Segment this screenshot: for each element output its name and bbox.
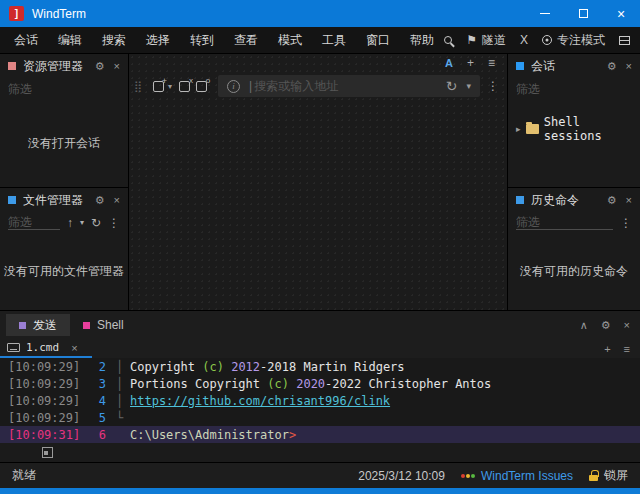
left-sidebar: 资源管理器 ⚙ × 没有打开会话 文件管理器 ⚙ × ↑ — [0, 54, 129, 310]
doc-tab-1cmd[interactable]: 1.cmd × — [0, 339, 92, 358]
center-area: A + ≡ ⣿ ▾ i | ↻ ▾ ⋮ — [129, 54, 507, 310]
menu-item[interactable]: 窗口 — [356, 27, 400, 53]
menubar: 会话编辑搜索选择转到查看模式工具窗口帮助 ⚑ 隧道 X 专注模式 — [0, 27, 640, 53]
send-target-icon[interactable] — [42, 447, 53, 458]
explorer-close-icon[interactable]: × — [114, 61, 120, 72]
search-icon[interactable] — [444, 36, 452, 44]
maximize-button[interactable] — [564, 0, 602, 27]
dock-close-icon[interactable]: × — [624, 319, 630, 331]
bug-icon — [461, 474, 475, 478]
tab-shell-label: Shell — [97, 318, 124, 332]
issues-label: WindTerm Issues — [481, 469, 573, 483]
add-document-icon[interactable]: + — [604, 343, 610, 355]
go-up-icon[interactable]: ↑ — [67, 217, 73, 229]
text-cursor: | — [249, 79, 252, 93]
history-close-icon[interactable]: × — [626, 195, 632, 206]
toolbar-more-icon[interactable]: ⋮ — [487, 80, 499, 92]
history-panel: 历史命令 ⚙ × ⋮ 没有可用的历史命令 — [508, 187, 640, 310]
lock-screen-button[interactable]: 锁屏 — [589, 467, 628, 484]
focus-mode-button[interactable]: 专注模式 — [542, 32, 605, 49]
tab-menu-icon[interactable]: ≡ — [488, 57, 495, 69]
x-server-button[interactable]: X — [520, 33, 528, 47]
status-ready: 就绪 — [12, 467, 36, 484]
file-manager-close-icon[interactable]: × — [114, 195, 120, 206]
history-settings-icon[interactable]: ⚙ — [607, 195, 617, 206]
file-manager-toolbar: ↑ ▾ ↻ ⋮ — [0, 212, 128, 233]
app-title: WindTerm — [32, 7, 86, 21]
terminal-fold-guide: │ — [116, 377, 128, 391]
address-input[interactable] — [254, 79, 440, 93]
minimize-button[interactable] — [526, 0, 564, 27]
document-tab-bar: 1.cmd × + ≡ — [0, 339, 640, 358]
menu-item[interactable]: 搜索 — [92, 27, 136, 53]
sessions-filter-input[interactable] — [516, 82, 632, 96]
windterm-issues-link[interactable]: WindTerm Issues — [461, 469, 573, 483]
file-manager-filter-input[interactable] — [8, 215, 60, 230]
status-right: 2025/3/12 10:09 WindTerm Issues 锁屏 — [358, 467, 628, 484]
history-more-icon[interactable]: ⋮ — [620, 217, 632, 229]
tunnel-label: 隧道 — [482, 32, 506, 49]
dock-settings-icon[interactable]: ⚙ — [601, 319, 611, 332]
terminal-link[interactable]: https://github.com/chrisant996/clink — [130, 394, 390, 408]
terminal-text: C:\Users\Administrator> — [130, 428, 296, 442]
menu-item[interactable]: 编辑 — [48, 27, 92, 53]
terminal-timestamp: [10:09:29] — [0, 377, 80, 391]
open-session-icon[interactable] — [196, 81, 207, 92]
terminal-fold-guide: │ — [116, 394, 128, 408]
bottom-dock: 发送 Shell ∧ ⚙ × 1.cmd × + ≡ [10:09:29 — [0, 310, 640, 462]
address-bar[interactable]: i | ↻ ▾ — [218, 75, 480, 97]
refresh-icon[interactable]: ↻ — [91, 217, 101, 229]
sessions-panel-header: 会话 ⚙ × — [508, 54, 640, 78]
shell-sessions-tree-item[interactable]: ▸ Shell sessions — [516, 115, 640, 143]
info-icon[interactable]: i — [227, 80, 240, 93]
layout-icon[interactable] — [619, 36, 630, 45]
menu-item[interactable]: 会话 — [4, 27, 48, 53]
explorer-panel-header: 资源管理器 ⚙ × — [0, 54, 128, 78]
window-bottom-border — [0, 488, 640, 494]
file-manager-settings-icon[interactable]: ⚙ — [95, 195, 105, 206]
menu-item[interactable]: 转到 — [180, 27, 224, 53]
history-filter-input[interactable] — [516, 215, 613, 230]
close-icon: × — [617, 7, 625, 21]
tunnel-button[interactable]: ⚑ 隧道 — [466, 32, 506, 49]
toolbar-grip-handle[interactable]: ⣿ — [134, 80, 142, 93]
send-input-row[interactable] — [0, 443, 640, 462]
tab-send[interactable]: 发送 — [6, 314, 70, 336]
terminal-line: [10:09:29]2│Copyright (c) 2012-2018 Mart… — [0, 358, 640, 375]
close-button[interactable]: × — [602, 0, 640, 27]
explorer-settings-icon[interactable]: ⚙ — [95, 61, 105, 72]
menu-item[interactable]: 帮助 — [400, 27, 444, 53]
expand-arrow-icon[interactable]: ▸ — [516, 124, 521, 134]
sessions-close-icon[interactable]: × — [626, 61, 632, 72]
new-session-icon[interactable] — [153, 81, 164, 92]
terminal-timestamp: [10:09:29] — [0, 411, 80, 425]
folder-icon — [526, 124, 539, 134]
explorer-filter-input[interactable] — [8, 82, 120, 96]
history-empty-message: 没有可用的历史命令 — [508, 233, 640, 310]
terminal-line-number: 6 — [80, 428, 106, 442]
file-manager-panel: 文件管理器 ⚙ × ↑ ▾ ↻ ⋮ 没有可用的文件管理器 — [0, 187, 128, 310]
file-manager-more-icon[interactable]: ⋮ — [108, 217, 120, 229]
menu-item[interactable]: 模式 — [268, 27, 312, 53]
tab-shell[interactable]: Shell — [70, 314, 137, 336]
history-panel-title: 历史命令 — [531, 192, 598, 209]
titlebar: ] WindTerm × — [0, 0, 640, 27]
terminal-text: Portions Copyright (c) 2020-2022 Christo… — [130, 377, 491, 391]
new-tab-icon[interactable]: + — [467, 57, 474, 69]
terminal-line-number: 2 — [80, 360, 106, 374]
document-list-icon[interactable]: ≡ — [624, 343, 630, 355]
terminal-body[interactable]: [10:09:29]2│Copyright (c) 2012-2018 Mart… — [0, 358, 640, 443]
doc-tab-close-icon[interactable]: × — [71, 342, 77, 354]
reload-icon[interactable]: ↻ — [446, 78, 458, 94]
new-session-dropdown-icon[interactable]: ▾ — [168, 82, 172, 91]
menu-item[interactable]: 选择 — [136, 27, 180, 53]
workspace-empty-area — [129, 100, 507, 310]
font-size-icon[interactable]: A — [445, 57, 453, 69]
close-session-icon[interactable] — [179, 81, 190, 92]
collapse-icon[interactable]: ∧ — [580, 319, 588, 332]
sessions-settings-icon[interactable]: ⚙ — [607, 61, 617, 72]
up-dropdown-icon[interactable]: ▾ — [80, 219, 84, 227]
menu-item[interactable]: 工具 — [312, 27, 356, 53]
menu-item[interactable]: 查看 — [224, 27, 268, 53]
address-dropdown-icon[interactable]: ▾ — [466, 81, 471, 91]
